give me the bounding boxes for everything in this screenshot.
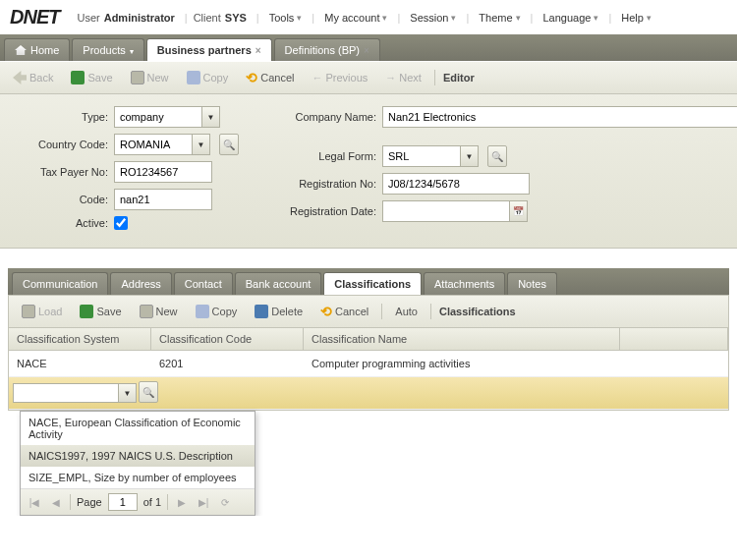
- subtab-bank-account[interactable]: Bank account: [235, 272, 322, 295]
- reg-date-input[interactable]: [382, 200, 510, 222]
- pager-last-button[interactable]: ▶|: [196, 494, 211, 510]
- code-input[interactable]: [114, 189, 212, 210]
- cell-system: NACE: [9, 355, 151, 372]
- new-icon: [140, 305, 153, 318]
- main-tabbar: Home Products Business partners× Definit…: [0, 34, 737, 61]
- type-dropdown-button[interactable]: ▼: [202, 106, 220, 128]
- save-icon: [80, 305, 93, 318]
- reg-no-label: Registration No:: [268, 178, 376, 190]
- subtab-contact[interactable]: Contact: [174, 272, 233, 295]
- type-input[interactable]: [114, 106, 202, 128]
- dropdown-pager: |◀ ◀ Page of 1 ▶ ▶| ⟳: [21, 488, 255, 515]
- delete-button[interactable]: Delete: [250, 302, 308, 321]
- menu-session[interactable]: Session: [406, 10, 460, 26]
- sub-copy-button[interactable]: Copy: [191, 302, 243, 321]
- calendar-icon[interactable]: [510, 200, 528, 222]
- legal-form-input[interactable]: [382, 145, 461, 167]
- sub-toolbar: Load Save New Copy Delete Cancel Auto Cl…: [8, 295, 729, 328]
- system-editor-input[interactable]: [13, 383, 119, 403]
- page-label: Page: [77, 496, 102, 508]
- client-label: Client: [194, 12, 221, 24]
- main-toolbar: Back Save New Copy Cancel Previous Next …: [0, 61, 737, 94]
- table-row[interactable]: NACE 6201 Computer programming activitie…: [9, 351, 728, 377]
- type-label: Type:: [20, 111, 108, 123]
- system-editor-lookup-button[interactable]: [139, 381, 158, 403]
- tab-products[interactable]: Products: [72, 38, 143, 61]
- dropdown-item-nace[interactable]: NACE, European Classification of Economi…: [21, 412, 255, 445]
- cancel-icon: [246, 70, 257, 85]
- system-dropdown-list: NACE, European Classification of Economi…: [20, 411, 255, 516]
- company-name-input[interactable]: [382, 106, 737, 128]
- back-button[interactable]: Back: [8, 68, 58, 87]
- subtab-attachments[interactable]: Attachments: [424, 272, 505, 295]
- col-name[interactable]: Classification Name: [304, 328, 620, 350]
- classifications-grid: Classification System Classification Cod…: [8, 328, 729, 411]
- client-value: SYS: [225, 12, 247, 24]
- col-spacer: [620, 328, 728, 350]
- pager-next-button[interactable]: ▶: [174, 494, 190, 510]
- menu-my-account[interactable]: My account: [320, 10, 391, 26]
- subtab-address[interactable]: Address: [110, 272, 171, 295]
- load-icon: [22, 305, 35, 318]
- sub-tabbar: Communication Address Contact Bank accou…: [8, 268, 729, 295]
- close-icon[interactable]: ×: [255, 45, 261, 56]
- reg-no-input[interactable]: [382, 173, 530, 195]
- subtab-classifications[interactable]: Classifications: [323, 272, 422, 295]
- topbar: DNET User Administrator | Client SYS | T…: [0, 0, 737, 34]
- menu-help[interactable]: Help: [617, 10, 655, 26]
- country-input[interactable]: [114, 134, 193, 155]
- tax-input[interactable]: [114, 161, 212, 183]
- new-button[interactable]: New: [126, 68, 174, 87]
- sub-save-button[interactable]: Save: [75, 302, 126, 321]
- active-checkbox[interactable]: [114, 216, 128, 230]
- save-button[interactable]: Save: [66, 68, 117, 87]
- chevron-down-icon: [130, 44, 134, 56]
- copy-icon: [187, 71, 200, 84]
- auto-button[interactable]: Auto: [390, 303, 423, 320]
- page-of-label: of 1: [143, 496, 161, 508]
- previous-button[interactable]: Previous: [308, 69, 373, 86]
- cancel-button[interactable]: Cancel: [241, 67, 299, 88]
- brand-logo: DNET: [10, 6, 59, 28]
- home-icon: [15, 45, 27, 55]
- menu-theme[interactable]: Theme: [475, 10, 524, 26]
- new-icon: [131, 71, 144, 84]
- country-lookup-button[interactable]: [219, 134, 239, 155]
- tab-home[interactable]: Home: [4, 38, 70, 61]
- dropdown-item-naics[interactable]: NAICS1997, 1997 NAICS U.S. Description: [21, 445, 255, 467]
- pager-refresh-button[interactable]: ⟳: [217, 494, 233, 510]
- table-row-editing[interactable]: ▼: [9, 377, 728, 410]
- reg-date-label: Registration Date:: [268, 205, 376, 217]
- subtab-notes[interactable]: Notes: [507, 272, 557, 295]
- tab-business-partners[interactable]: Business partners×: [146, 38, 272, 61]
- cell-code: 6201: [151, 355, 304, 372]
- load-button[interactable]: Load: [17, 302, 67, 321]
- col-code[interactable]: Classification Code: [151, 328, 304, 350]
- tab-definitions-bp[interactable]: Definitions (BP)×: [274, 38, 380, 61]
- sub-new-button[interactable]: New: [135, 302, 183, 321]
- copy-button[interactable]: Copy: [182, 68, 234, 87]
- pager-prev-button[interactable]: ◀: [48, 494, 64, 510]
- back-icon: [13, 71, 27, 84]
- toolbar-label: Editor: [443, 72, 475, 84]
- close-icon[interactable]: ×: [364, 45, 369, 56]
- legal-dropdown-button[interactable]: ▼: [461, 145, 479, 167]
- cancel-icon: [320, 304, 332, 319]
- country-dropdown-button[interactable]: ▼: [193, 134, 210, 155]
- subtab-communication[interactable]: Communication: [12, 272, 108, 295]
- page-input[interactable]: [108, 493, 138, 511]
- save-icon: [71, 71, 85, 84]
- user-value: Administrator: [104, 12, 175, 24]
- next-button[interactable]: Next: [380, 69, 426, 86]
- active-label: Active:: [20, 217, 108, 229]
- col-system[interactable]: Classification System: [9, 328, 151, 350]
- pager-first-button[interactable]: |◀: [27, 494, 42, 510]
- legal-lookup-button[interactable]: [487, 145, 507, 167]
- sub-cancel-button[interactable]: Cancel: [315, 301, 373, 322]
- menu-tools[interactable]: Tools: [265, 10, 307, 26]
- system-editor-dropdown-button[interactable]: ▼: [119, 383, 137, 403]
- editor-form: Type: ▼ Country Code: ▼ Tax Payer No: Co…: [0, 94, 737, 249]
- dropdown-item-size-empl[interactable]: SIZE_EMPL, Size by number of employees: [21, 467, 255, 488]
- top-menu: User Administrator | Client SYS | Tools …: [77, 10, 654, 26]
- menu-language[interactable]: Language: [539, 10, 602, 26]
